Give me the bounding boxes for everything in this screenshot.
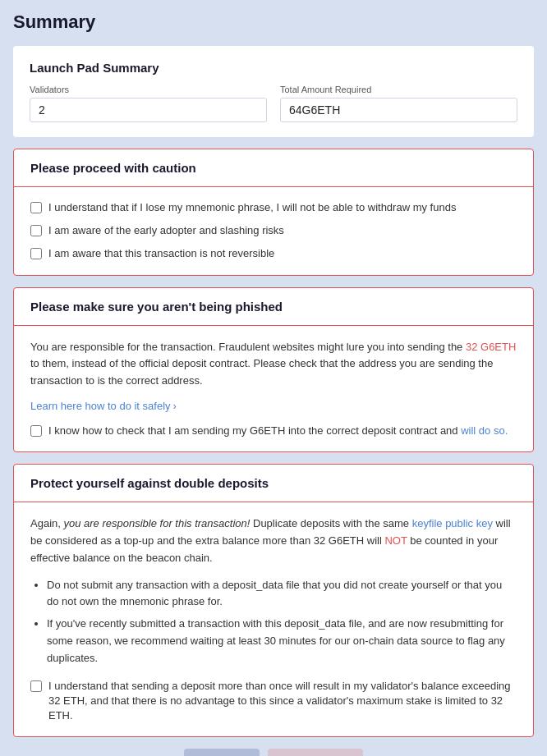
- caution-card-header: Please proceed with caution: [14, 149, 533, 187]
- launch-pad-title: Launch Pad Summary: [30, 61, 517, 75]
- double-deposit-title: Protect yourself against double deposits: [30, 476, 517, 490]
- caution-title: Please proceed with caution: [30, 161, 517, 175]
- total-amount-label: Total Amount Required: [280, 85, 517, 94]
- caution-checkbox-label-3: I am aware that this transaction is not …: [48, 246, 274, 261]
- double-deposit-card-body: Again, you are responsible for this tran…: [14, 502, 533, 736]
- phishing-title: Please make sure you aren't being phishe…: [30, 300, 517, 314]
- double-deposit-card: Protect yourself against double deposits…: [13, 464, 534, 737]
- caution-checkbox-2[interactable]: [30, 225, 42, 236]
- caution-checkbox-item-3[interactable]: I am aware that this transaction is not …: [30, 246, 517, 261]
- double-deposit-bullet-1: Do not submit any transaction with a dep…: [47, 577, 517, 612]
- phishing-card-header: Please make sure you aren't being phishe…: [14, 288, 533, 326]
- caution-checkbox-list: I understand that if I lose my mnemonic …: [30, 200, 517, 262]
- caution-checkbox-item-2[interactable]: I am aware of the early adopter and slas…: [30, 223, 517, 238]
- caution-card-body: I understand that if I lose my mnemonic …: [14, 187, 533, 275]
- caution-checkbox-item-1[interactable]: I understand that if I lose my mnemonic …: [30, 200, 517, 215]
- footer-buttons: Back Continue: [13, 749, 534, 756]
- double-deposit-bullet-2: If you've recently submitted a transacti…: [47, 616, 517, 667]
- double-deposit-bullets: Do not submit any transaction with a dep…: [47, 577, 517, 667]
- double-deposit-not: NOT: [384, 534, 407, 547]
- page-title: Summary: [13, 8, 534, 33]
- learn-link-text: Learn here how to do it safely: [30, 400, 171, 412]
- phishing-card: Please make sure you aren't being phishe…: [13, 287, 534, 453]
- double-deposit-checkbox-label: I understand that sending a deposit more…: [48, 679, 517, 724]
- launch-pad-fields: Validators Total Amount Required: [30, 85, 517, 122]
- double-deposit-card-header: Protect yourself against double deposits: [14, 465, 533, 502]
- total-amount-input[interactable]: [280, 98, 517, 122]
- double-deposit-intro: Again, you are responsible for this tran…: [30, 515, 517, 566]
- caution-checkbox-3[interactable]: [30, 248, 42, 259]
- launch-pad-summary-card: Launch Pad Summary Validators Total Amou…: [13, 46, 534, 137]
- validators-label: Validators: [30, 85, 267, 94]
- validators-field-group: Validators: [30, 85, 267, 122]
- double-deposit-checkbox-item[interactable]: I understand that sending a deposit more…: [30, 679, 517, 724]
- phishing-card-body: You are responsible for the transaction.…: [14, 326, 533, 452]
- phishing-body-text: You are responsible for the transaction.…: [30, 339, 517, 390]
- phishing-checkbox[interactable]: [30, 425, 42, 437]
- caution-checkbox-1[interactable]: [30, 202, 42, 213]
- learn-link-arrow: ›: [173, 400, 177, 412]
- continue-button[interactable]: Continue: [268, 749, 363, 756]
- phishing-will-text: will do so.: [461, 424, 508, 437]
- double-deposit-em-1: you are responsible for this transaction…: [63, 517, 250, 529]
- phishing-checkbox-label: I know how to check that I am sending my…: [48, 424, 508, 438]
- caution-card: Please proceed with caution I understand…: [13, 149, 534, 276]
- double-deposit-checkbox[interactable]: [30, 680, 42, 692]
- back-button[interactable]: Back: [184, 749, 259, 756]
- total-amount-field-group: Total Amount Required: [280, 85, 517, 122]
- phishing-highlight-1: 32 G6ETH: [466, 341, 516, 353]
- validators-input[interactable]: [30, 98, 267, 122]
- caution-checkbox-label-2: I am aware of the early adopter and slas…: [48, 223, 284, 238]
- caution-checkbox-label-1: I understand that if I lose my mnemonic …: [48, 200, 456, 215]
- learn-link[interactable]: Learn here how to do it safely ›: [30, 400, 177, 412]
- double-deposit-keyfile: keyfile public key: [412, 517, 493, 529]
- phishing-checkbox-item[interactable]: I know how to check that I am sending my…: [30, 424, 517, 438]
